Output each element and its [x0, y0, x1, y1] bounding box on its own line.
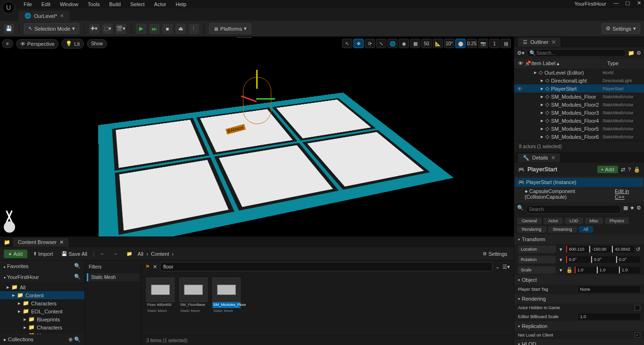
location-z[interactable]: 42.0842 [612, 246, 634, 252]
asset-tile[interactable]: Floor 400x400Static Mesh [146, 278, 175, 313]
reset-icon[interactable]: ↺ [636, 246, 640, 252]
world-local-toggle[interactable]: 🌐 [387, 39, 398, 48]
menu-select[interactable]: Select [125, 0, 150, 8]
asset-tile[interactable]: SM_FloorBaseStatic Mesh [179, 278, 208, 313]
menu-tools[interactable]: Tools [83, 0, 105, 8]
category-all[interactable]: All [579, 226, 593, 233]
favorite-icon[interactable]: ★ [630, 205, 635, 214]
axis-widget[interactable] [4, 209, 27, 233]
close-button[interactable]: ✕ [636, 0, 642, 6]
play-skip-button[interactable]: ⏭ [149, 24, 159, 34]
tree-node[interactable]: ▸📁Characters [0, 323, 84, 331]
category-rendering[interactable]: Rendering [517, 226, 546, 233]
show-button[interactable]: Show [87, 39, 107, 48]
level-viewport[interactable]: PressEscto exit full screen ≡ 👁Perspecti… [0, 37, 514, 236]
translate-gizmo[interactable] [241, 79, 274, 122]
filter-icon[interactable]: ⚑ [145, 264, 150, 270]
capsule-component-row[interactable]: ● CapsuleComponent (CollisionCapsule)Edi… [518, 187, 640, 201]
actor-hidden-checkbox[interactable] [635, 305, 640, 311]
camera-speed-value[interactable]: 1 [489, 39, 500, 48]
filter-icon[interactable]: ⚙▾ [517, 50, 525, 56]
marketplace-button[interactable]: ⬚▾ [102, 24, 113, 34]
perspective-button[interactable]: 👁Perspective [16, 39, 59, 49]
save-search-icon[interactable]: ☰▾ [502, 264, 510, 270]
menu-build[interactable]: Build [105, 0, 125, 8]
location-x[interactable]: 600.110 [566, 246, 588, 252]
collections-section[interactable]: ▸ Collections⊕ 🔍 [0, 334, 84, 345]
outliner-row[interactable]: ▸◇SM_Modules_Floor4StaticMeshActor [514, 117, 644, 125]
viewport-menu[interactable]: ≡ [2, 39, 13, 48]
category-streaming[interactable]: Streaming [548, 226, 577, 233]
tree-node[interactable]: ▸📁Content [0, 291, 84, 299]
viewport-layout-icon[interactable]: ▤ [501, 39, 511, 48]
browse-icon[interactable]: ⇄ [621, 167, 625, 173]
outliner-row[interactable]: ▸◇SM_Modules_Floor2StaticMeshActor [514, 101, 644, 109]
unreal-logo-icon[interactable]: U [2, 1, 15, 14]
outliner-row[interactable]: ▸◇SM_Modules_Floor5StaticMeshActor [514, 125, 644, 133]
content-drawer-icon[interactable]: 📁 [4, 239, 10, 245]
filter-chip-static-mesh[interactable]: Static Mesh [87, 273, 139, 281]
angle-snap-value[interactable]: 10° [444, 39, 454, 48]
details-search-input[interactable] [526, 205, 621, 214]
close-icon[interactable]: ✕ [59, 239, 64, 245]
outliner-row[interactable]: ▸◇SM_Modules_FloorStaticMeshActor [514, 93, 644, 101]
selection-mode-button[interactable]: ↖ Selection Mode ▾ [24, 23, 79, 34]
surface-snap-icon[interactable]: ◉ [399, 39, 409, 48]
edit-cpp-link[interactable]: Edit in C++ [615, 188, 639, 200]
minimize-button[interactable]: — [613, 0, 619, 6]
asset-search-input[interactable] [160, 262, 493, 271]
replication-section[interactable]: ▾Replication [514, 321, 644, 331]
outliner-tab[interactable]: ☰Outliner✕ [518, 38, 560, 47]
stop-button[interactable]: ■ [162, 24, 173, 34]
scale-snap-icon[interactable]: ⬤ [455, 39, 466, 48]
add-content-button[interactable]: ✚▾ [89, 24, 100, 34]
category-general[interactable]: General [517, 218, 542, 224]
filters-header[interactable]: Filters [87, 262, 139, 271]
close-icon[interactable]: ✕ [60, 13, 64, 18]
platforms-button[interactable]: 🖥 Platforms ▾ [209, 23, 251, 34]
outliner-row[interactable]: 👁▸◇PlayerStartPlayerStart [514, 84, 644, 93]
add-component-button[interactable]: + Add [597, 166, 618, 173]
help-icon[interactable]: ? [628, 167, 631, 172]
details-tab[interactable]: 🔧Details✕ [518, 153, 560, 162]
menu-file[interactable]: File [19, 0, 37, 8]
translate-tool-icon[interactable]: ✥ [353, 39, 364, 48]
cinematics-button[interactable]: 🎬▾ [116, 24, 126, 34]
root-component-row[interactable]: 🎮 PlayerStart (Instance) [515, 178, 643, 187]
object-section[interactable]: ▾Object [514, 275, 644, 285]
transform-section[interactable]: ▾Transform [514, 235, 644, 244]
cb-settings-button[interactable]: ⚙ Settings [480, 250, 510, 258]
save-all-button[interactable]: 💾 Save All [59, 250, 90, 258]
menu-window[interactable]: Window [55, 0, 83, 8]
nav-fwd-icon[interactable]: → [110, 250, 121, 257]
search-icon[interactable]: 🔍 [74, 263, 81, 269]
scale-snap-value[interactable]: 0.25 [467, 39, 477, 48]
lock-icon[interactable]: 🔒 [634, 167, 640, 173]
project-section[interactable]: ▾ YourFirstHour🔍 [0, 271, 84, 282]
select-tool-icon[interactable]: ↖ [342, 39, 352, 48]
rendering-section[interactable]: ▾Rendering [514, 294, 644, 303]
import-button[interactable]: ⬆ Import [30, 250, 56, 258]
category-actor[interactable]: Actor [544, 218, 563, 224]
outliner-settings-icon[interactable]: ⚙ [636, 50, 641, 56]
tree-node[interactable]: ▸📁All [0, 283, 84, 291]
menu-edit[interactable]: Edit [37, 0, 55, 8]
level-tab[interactable]: 🌐 OurLevel* ✕ [19, 11, 69, 21]
nav-back-icon[interactable]: ← [97, 250, 108, 257]
menu-help[interactable]: Help [171, 0, 191, 8]
eject-button[interactable]: ⏏ [176, 24, 186, 34]
camera-speed-icon[interactable]: 📷 [478, 39, 488, 48]
outliner-row[interactable]: ▸◇DirectionalLightDirectionalLight [514, 76, 644, 84]
category-physics[interactable]: Physics [605, 218, 629, 224]
rotate-tool-icon[interactable]: ⟳ [365, 39, 375, 48]
grid-snap-value[interactable]: 50 [421, 39, 432, 48]
close-icon[interactable]: ✕ [551, 155, 555, 161]
category-lod[interactable]: LOD [565, 218, 583, 224]
maximize-button[interactable]: ▢ [624, 0, 631, 6]
play-options-button[interactable]: ⋮ [189, 24, 199, 34]
details-settings-icon[interactable]: ⚙ [636, 205, 641, 214]
settings-button[interactable]: ⚙ Settings ▾ [602, 23, 640, 34]
lock-scale-icon[interactable]: 🔓 [566, 267, 573, 273]
menu-actor[interactable]: Actor [150, 0, 171, 8]
outliner-row[interactable]: ▸◇SM_Modules_Floor3StaticMeshActor [514, 109, 644, 117]
